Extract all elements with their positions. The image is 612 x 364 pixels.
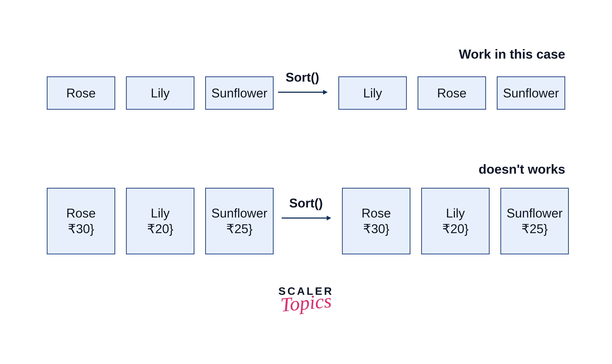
box-item: Sunflower ₹25} — [501, 188, 569, 254]
sort-label: Sort() — [286, 70, 319, 84]
box-name: Rose — [362, 206, 391, 221]
box-name: Lily — [151, 206, 169, 221]
box-price: ₹30} — [68, 221, 94, 237]
row1-output-group: Lily Rose Sunflower — [338, 76, 565, 110]
row2-output-group: Rose ₹30} Lily ₹20} Sunflower ₹25} — [342, 188, 569, 254]
sort-arrow-1: Sort() — [277, 70, 328, 97]
box-item: Sunflower ₹25} — [205, 188, 274, 254]
box-item: Lily ₹20} — [421, 188, 490, 254]
caption-works: Work in this case — [459, 47, 565, 62]
box-item: Sunflower — [205, 76, 274, 110]
row1-input-group: Rose Lily Sunflower — [47, 76, 274, 110]
svg-marker-1 — [323, 90, 328, 94]
caption-doesnt-work: doesn't works — [479, 162, 565, 177]
svg-marker-3 — [327, 216, 331, 220]
box-item: Lily — [338, 76, 407, 110]
box-item: Sunflower — [497, 76, 565, 110]
box-name: Rose — [66, 206, 96, 221]
box-price: ₹25} — [226, 221, 252, 237]
box-item: Rose — [47, 76, 115, 110]
box-item: Rose ₹30} — [47, 188, 115, 254]
box-price: ₹20} — [147, 221, 173, 237]
box-item: Lily ₹20} — [126, 188, 195, 254]
arrow-right-icon — [277, 88, 328, 97]
box-item: Rose — [417, 76, 486, 110]
box-name: Lily — [446, 206, 465, 221]
row2-input-group: Rose ₹30} Lily ₹20} Sunflower ₹25} — [47, 188, 274, 254]
box-item: Lily — [126, 76, 195, 110]
box-price: ₹25} — [521, 221, 548, 237]
sort-label: Sort() — [289, 196, 323, 210]
arrow-right-icon — [281, 214, 331, 222]
sort-arrow-2: Sort() — [281, 196, 331, 222]
box-name: Sunflower — [506, 206, 562, 221]
box-name: Sunflower — [211, 206, 267, 221]
box-price: ₹20} — [442, 221, 469, 237]
logo-line2: Topics — [278, 292, 334, 313]
scaler-topics-logo: SCALER Topics — [278, 286, 334, 311]
box-item: Rose ₹30} — [342, 188, 410, 254]
box-price: ₹30} — [363, 221, 389, 237]
